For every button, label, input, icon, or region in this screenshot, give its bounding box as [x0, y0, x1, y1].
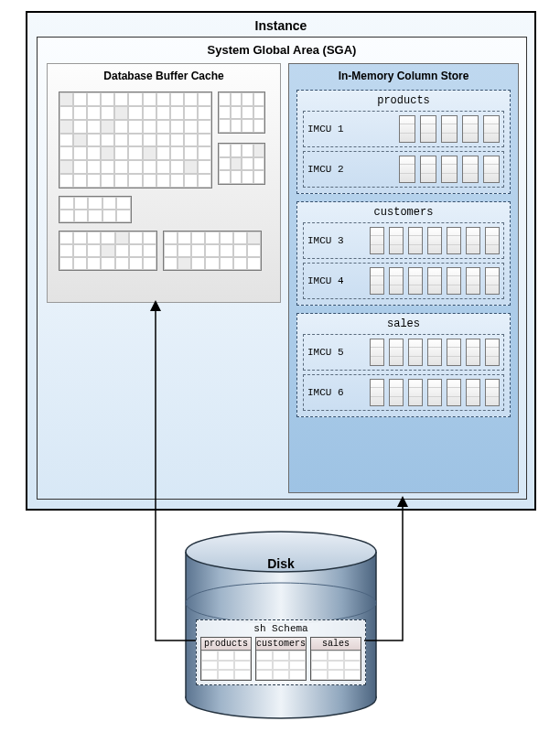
buffer-grid-wide: [59, 196, 132, 223]
im-table-name: sales: [303, 318, 504, 334]
imcu-columns: [355, 227, 500, 254]
imcu-label: IMCU 2: [307, 164, 350, 175]
imcu-label: IMCU 4: [307, 275, 350, 286]
buffer-cache-title: Database Buffer Cache: [48, 64, 280, 92]
imcu-row: IMCU 4: [303, 263, 504, 299]
im-table-customers: customers IMCU 3 IMCU 4: [296, 201, 511, 306]
database-buffer-cache: Database Buffer Cache: [47, 63, 281, 303]
sga-title: System Global Area (SGA): [38, 38, 526, 62]
imcu-columns: [355, 115, 500, 143]
disk-schema: sh Schema products customers sales: [196, 619, 366, 685]
im-store-title: In-Memory Column Store: [289, 64, 518, 90]
buffer-grid-large: [59, 92, 212, 188]
buffer-cache-grids: [48, 92, 280, 282]
sga-container: System Global Area (SGA) Database Buffer…: [37, 37, 527, 500]
schema-table-sales: sales: [310, 637, 361, 681]
imcu-row: IMCU 5: [303, 334, 504, 371]
imcu-label: IMCU 1: [307, 124, 350, 135]
schema-table-products: products: [200, 637, 252, 681]
imcu-row: IMCU 3: [303, 222, 504, 259]
schema-table-customers: customers: [255, 637, 307, 681]
schema-tables: products customers sales: [200, 637, 361, 681]
imcu-row: IMCU 1: [303, 111, 504, 147]
instance-container: Instance System Global Area (SGA) Databa…: [26, 11, 536, 511]
im-table-sales: sales IMCU 5 IMCU 6: [296, 313, 511, 417]
schema-table-header: products: [201, 638, 251, 651]
buffer-grid-bottom-2: [163, 231, 262, 271]
imcu-row: IMCU 6: [303, 374, 504, 411]
im-table-name: customers: [303, 206, 504, 222]
disk-label: Disk: [179, 556, 382, 571]
imcu-label: IMCU 3: [307, 235, 350, 246]
imcu-columns: [355, 339, 500, 366]
imcu-label: IMCU 5: [307, 347, 350, 358]
imcu-columns: [355, 267, 500, 295]
disk: Disk sh Schema products customers sales: [179, 526, 382, 720]
im-table-name: products: [303, 94, 504, 111]
imcu-label: IMCU 6: [307, 387, 350, 398]
schema-table-header: sales: [311, 638, 361, 651]
buffer-grid-small-2: [218, 143, 265, 185]
schema-name: sh Schema: [200, 622, 361, 637]
imcu-row: IMCU 2: [303, 151, 504, 188]
in-memory-column-store: In-Memory Column Store products IMCU 1 I…: [288, 63, 519, 493]
buffer-grid-small-1: [218, 92, 265, 134]
schema-table-header: customers: [256, 638, 306, 651]
imcu-columns: [355, 156, 500, 183]
imcu-columns: [355, 379, 500, 406]
im-table-products: products IMCU 1 IMCU 2: [296, 90, 511, 194]
instance-title: Instance: [27, 13, 534, 35]
buffer-grid-bottom-1: [59, 231, 157, 271]
